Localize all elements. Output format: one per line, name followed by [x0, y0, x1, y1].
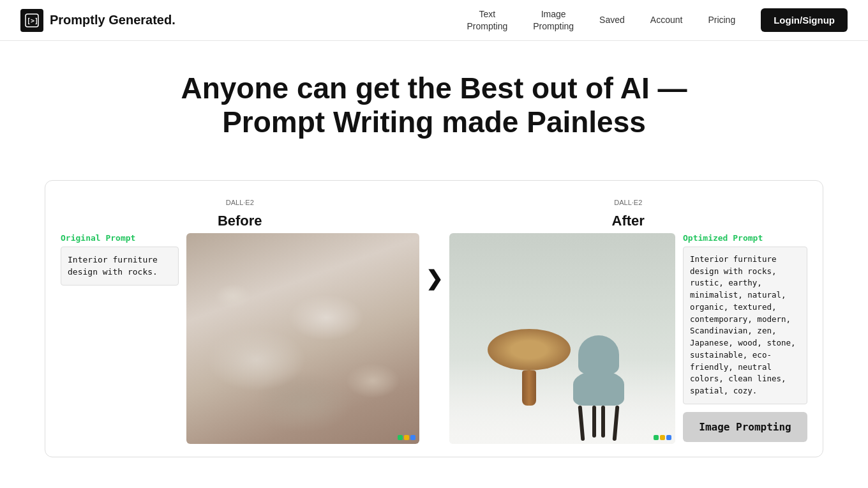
- chair-leg-3: [592, 406, 596, 438]
- nav-text-prompting[interactable]: Text Prompting: [467, 8, 507, 31]
- table-leg: [522, 370, 536, 406]
- table-object: [488, 329, 571, 406]
- nav-links: Text Prompting Image Prompting Saved Acc…: [467, 8, 848, 32]
- chair-leg-4: [601, 406, 605, 438]
- original-prompt-text: Interior furniture design with rocks.: [61, 247, 179, 286]
- hero-section: Anyone can get the Best out of AI — Prom…: [0, 41, 868, 180]
- original-prompt-box: Original Prompt Interior furniture desig…: [61, 233, 179, 286]
- rocks-image: [186, 233, 419, 444]
- rocks-image-badge: [398, 435, 415, 440]
- hero-title: Anyone can get the Best out of AI — Prom…: [147, 72, 721, 139]
- nav-pricing[interactable]: Pricing: [708, 14, 735, 26]
- badge-dot-yellow: [404, 435, 409, 440]
- badge-dot-yellow2: [660, 435, 665, 440]
- logo-text: Promptly Generated.: [50, 13, 176, 27]
- table-top: [488, 329, 571, 370]
- chair-seat: [573, 370, 624, 406]
- comparison-card: DALL·E2 Before Original Prompt Interior …: [45, 180, 823, 457]
- furniture-image-badge: [654, 435, 671, 440]
- before-inner: Original Prompt Interior furniture desig…: [61, 233, 419, 444]
- after-image-wrap: [449, 233, 676, 444]
- comparison-section: DALL·E2 Before Original Prompt Interior …: [0, 180, 868, 483]
- dall-e-label-after: DALL·E2: [614, 199, 642, 206]
- optimized-prompt-box: Optimized Prompt Interior furniture desi…: [683, 233, 807, 442]
- svg-text:[>]: [>]: [27, 17, 38, 24]
- logo-icon: [>]: [20, 9, 43, 32]
- nav-image-prompting[interactable]: Image Prompting: [533, 8, 574, 31]
- optimized-prompt-label: Optimized Prompt: [683, 233, 807, 243]
- optimized-prompt-text: Interior furniture design with rocks, ru…: [683, 247, 807, 404]
- chair-object: [573, 370, 624, 406]
- badge-dot-blue: [410, 435, 415, 440]
- chair-leg-2: [613, 406, 620, 441]
- arrow-wrap: ❯: [419, 196, 449, 291]
- login-signup-button[interactable]: Login/Signup: [761, 8, 848, 32]
- badge-dot-green2: [654, 435, 659, 440]
- bottom-section: An AI . . . for AI Prompt engineering ha…: [45, 483, 823, 488]
- before-label: Before: [218, 213, 262, 229]
- nav-saved[interactable]: Saved: [599, 14, 625, 26]
- dall-e-label-before: DALL·E2: [226, 199, 254, 206]
- image-prompting-button[interactable]: Image Prompting: [683, 412, 807, 442]
- logo[interactable]: [>] Promptly Generated.: [20, 9, 176, 32]
- nav-account[interactable]: Account: [650, 14, 683, 26]
- before-image-wrap: [186, 233, 419, 444]
- badge-dot-blue2: [666, 435, 671, 440]
- after-panel: DALL·E2 After: [449, 196, 808, 444]
- chair-leg-1: [578, 406, 585, 441]
- original-prompt-label: Original Prompt: [61, 233, 179, 243]
- navbar: [>] Promptly Generated. Text Prompting I…: [0, 0, 868, 41]
- after-inner: Optimized Prompt Interior furniture desi…: [449, 233, 808, 444]
- arrow-icon: ❯: [426, 266, 443, 291]
- before-panel: DALL·E2 Before Original Prompt Interior …: [61, 196, 419, 444]
- chair-back: [578, 335, 619, 374]
- furniture-image: [449, 233, 676, 444]
- badge-dot-green: [398, 435, 403, 440]
- after-label: After: [612, 213, 645, 229]
